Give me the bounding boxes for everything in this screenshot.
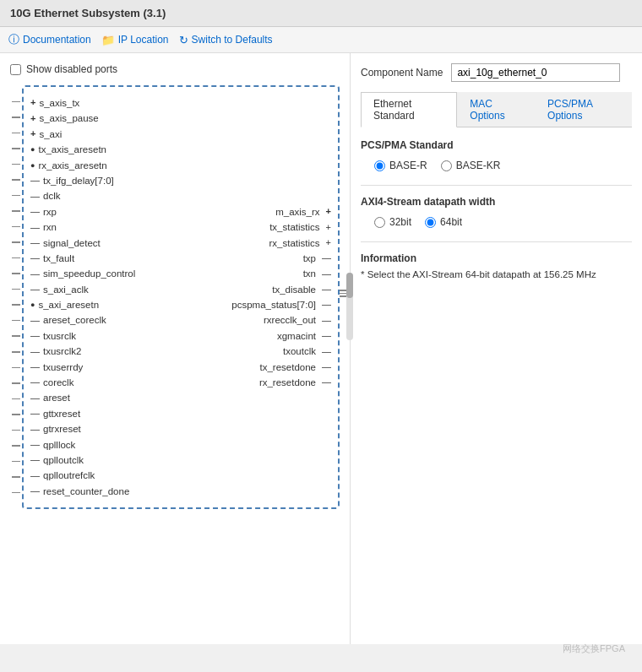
port-row: — txuserrdy tx_resetdone— [30, 360, 331, 375]
right-panel: Component Name Ethernet Standard MAC Opt… [351, 53, 642, 644]
axi-section: AXI4-Stream datapath width 32bit 64bit [361, 196, 632, 228]
refresh-icon: ↻ [179, 34, 188, 46]
64bit-label: 64bit [440, 216, 462, 228]
pcs-radio-group: BASE-R BASE-KR [361, 160, 632, 171]
port-row: — reset_counter_done [30, 484, 331, 499]
base-kr-label: BASE-KR [456, 160, 501, 171]
port-row: — tx_fault txp— [30, 251, 331, 266]
port-row: — areset [30, 390, 331, 405]
tab-mac-options[interactable]: MAC Options [457, 92, 535, 127]
port-row: — areset_coreclk rxrecclk_out— [30, 312, 331, 328]
port-row: — coreclk rx_resetdone— [30, 375, 331, 390]
port-row: — qplloutrefclk [30, 468, 331, 483]
base-r-label: BASE-R [389, 160, 427, 171]
divider-1 [361, 185, 632, 186]
info-text: * Select the AXI-Stream 64-bit datapath … [361, 269, 632, 279]
port-row: +s_axis_tx [30, 95, 331, 111]
tab-pcs-pma-options[interactable]: PCS/PMA Options [535, 92, 632, 127]
port-row: — rxp m_axis_rx+ [30, 204, 331, 219]
port-row: — gttxreset [30, 406, 331, 421]
port-row: — sim_speedup_control txn— [30, 266, 331, 281]
show-disabled-ports-checkbox[interactable] [10, 64, 21, 75]
info-icon: ⓘ [8, 32, 19, 47]
port-row: ● s_axi_aresetn pcspma_status[7:0]— [30, 297, 331, 312]
64bit-option: 64bit [425, 216, 462, 228]
left-panel: Show disabled ports [0, 53, 351, 644]
base-kr-option: BASE-KR [441, 160, 501, 171]
info-title: Information [361, 252, 632, 264]
folder-icon: 📁 [101, 34, 115, 46]
port-row: ● tx_axis_aresetn [30, 142, 331, 157]
base-r-radio[interactable] [374, 160, 385, 171]
component-name-input[interactable] [451, 63, 620, 82]
port-row: — signal_detect rx_statistics+ [30, 236, 331, 251]
show-disabled-ports-row: Show disabled ports [10, 63, 340, 75]
port-row: — dclk [30, 188, 331, 203]
tab-ethernet-standard[interactable]: Ethernet Standard [361, 92, 457, 127]
32bit-label: 32bit [389, 216, 411, 228]
pcs-pma-title: PCS/PMA Standard [361, 139, 632, 151]
documentation-link[interactable]: ⓘ Documentation [8, 32, 91, 47]
port-row: ● rx_axis_aresetn [30, 158, 331, 173]
component-diagram: +s_axis_tx +s_axis_pause +s_axi ● tx_axi… [22, 85, 340, 509]
port-row: — tx_ifg_delay[7:0] [30, 173, 331, 188]
info-section: Information * Select the AXI-Stream 64-b… [361, 252, 632, 279]
show-disabled-ports-label: Show disabled ports [26, 63, 117, 75]
component-name-label: Component Name [361, 67, 443, 79]
base-r-option: BASE-R [374, 160, 427, 171]
ip-location-link[interactable]: 📁 IP Location [101, 34, 169, 46]
axi-title: AXI4-Stream datapath width [361, 196, 632, 208]
port-row: — qplllock [30, 437, 331, 453]
main-content: Show disabled ports [0, 53, 642, 644]
base-kr-radio[interactable] [441, 160, 452, 171]
toolbar: ⓘ Documentation 📁 IP Location ↻ Switch t… [0, 27, 642, 53]
tabs-container: Ethernet Standard MAC Options PCS/PMA Op… [361, 92, 632, 127]
right-scrollbar[interactable] [346, 273, 353, 340]
port-row: — s_axi_aclk tx_disable— [30, 282, 331, 297]
watermark: 网络交换FPGA [563, 642, 625, 644]
left-connector-ticks [12, 94, 20, 501]
port-row: — qplloutclk [30, 453, 331, 468]
port-row: — txusrclk xgmacint— [30, 328, 331, 344]
app-title: 10G Ethernet Subsystem (3.1) [10, 7, 166, 19]
pcs-pma-section: PCS/PMA Standard BASE-R BASE-KR [361, 139, 632, 171]
32bit-radio[interactable] [374, 217, 385, 228]
divider-2 [361, 241, 632, 242]
port-row: — rxn tx_statistics+ [30, 219, 331, 235]
32bit-option: 32bit [374, 216, 411, 228]
port-row: — gtrxreset [30, 421, 331, 436]
axi-radio-group: 32bit 64bit [361, 216, 632, 228]
title-bar: 10G Ethernet Subsystem (3.1) [0, 0, 642, 27]
component-name-row: Component Name [361, 63, 632, 82]
port-row: +s_axi [30, 127, 331, 142]
port-row: — txusrclk2 txoutclk— [30, 344, 331, 359]
port-row: +s_axis_pause [30, 111, 331, 126]
64bit-radio[interactable] [425, 217, 436, 228]
switch-defaults-link[interactable]: ↻ Switch to Defaults [179, 34, 273, 46]
